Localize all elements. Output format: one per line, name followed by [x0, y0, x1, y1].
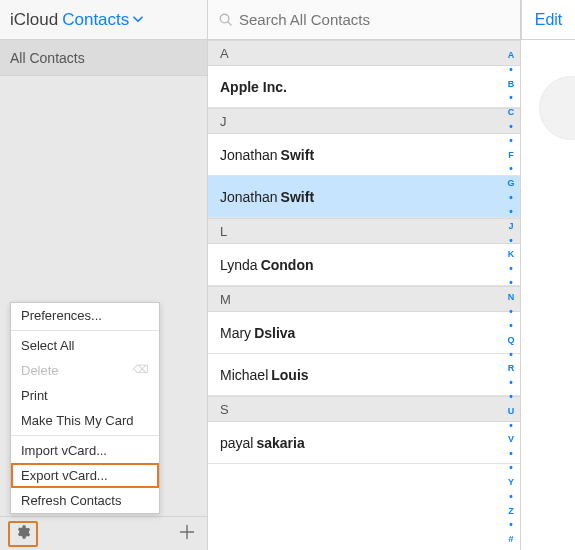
index-letter[interactable]: U [508, 404, 515, 418]
menu-item: Delete⌫ [11, 358, 159, 383]
contact-last-name: Condon [261, 257, 314, 273]
menu-separator [11, 435, 159, 436]
index-letter[interactable]: F [508, 148, 514, 162]
contact-row[interactable]: Apple Inc. [208, 66, 520, 108]
index-letter[interactable]: G [507, 176, 514, 190]
section-header: L [208, 218, 520, 244]
menu-item[interactable]: Print [11, 383, 159, 408]
add-button[interactable] [175, 522, 199, 546]
section-header: J [208, 108, 520, 134]
index-dot[interactable]: • [509, 62, 513, 76]
index-dot[interactable]: • [509, 304, 513, 318]
detail-column: Edit [521, 0, 575, 550]
search-bar [208, 0, 520, 40]
index-dot[interactable]: • [509, 489, 513, 503]
plus-icon [179, 524, 195, 543]
search-icon [218, 12, 233, 27]
index-letter[interactable]: Q [507, 333, 514, 347]
index-letter[interactable]: A [508, 48, 515, 62]
menu-item[interactable]: Import vCard... [11, 438, 159, 463]
index-dot[interactable]: • [509, 162, 513, 176]
menu-separator [11, 330, 159, 331]
index-dot[interactable]: • [509, 190, 513, 204]
edit-button[interactable]: Edit [535, 11, 563, 29]
svg-line-1 [228, 22, 231, 25]
sidebar-footer [0, 516, 207, 550]
search-input[interactable] [239, 11, 512, 28]
index-dot[interactable]: • [509, 119, 513, 133]
contact-first-name: Jonathan [220, 147, 278, 163]
alphabet-index[interactable]: A•B•C••F•G••J•K••N••Q•R••U•V••Y•Z•# [505, 48, 517, 546]
contacts-picker-label: Contacts [62, 10, 129, 30]
index-letter[interactable]: B [508, 76, 515, 90]
contact-last-name: Swift [281, 147, 314, 163]
index-dot[interactable]: • [509, 418, 513, 432]
contact-row[interactable]: payalsakaria [208, 422, 520, 464]
index-dot[interactable]: • [509, 133, 513, 147]
index-letter[interactable]: V [508, 432, 514, 446]
contact-first-name: Lynda [220, 257, 258, 273]
brand-label: iCloud [10, 10, 58, 30]
contact-last-name: Dsliva [254, 325, 295, 341]
contact-row[interactable]: LyndaCondon [208, 244, 520, 286]
contact-first-name: Michael [220, 367, 268, 383]
index-dot[interactable]: • [509, 390, 513, 404]
contact-row[interactable]: MaryDsliva [208, 312, 520, 354]
index-letter[interactable]: Z [508, 504, 514, 518]
app-root: iCloud Contacts All Contacts Preferences… [0, 0, 575, 550]
avatar-placeholder [539, 76, 575, 140]
index-dot[interactable]: • [509, 447, 513, 461]
menu-item[interactable]: Refresh Contacts [11, 488, 159, 513]
section-header: M [208, 286, 520, 312]
menu-item[interactable]: Select All [11, 333, 159, 358]
sidebar: iCloud Contacts All Contacts Preferences… [0, 0, 208, 550]
contacts-column: AApple Inc.JJonathanSwiftJonathanSwiftLL… [208, 0, 521, 550]
section-header: S [208, 396, 520, 422]
index-dot[interactable]: • [509, 262, 513, 276]
index-dot[interactable]: • [509, 518, 513, 532]
contact-last-name: Louis [271, 367, 308, 383]
contacts-picker[interactable]: Contacts [62, 10, 143, 30]
gear-button[interactable] [8, 521, 38, 547]
gear-context-menu: Preferences...Select AllDelete⌫PrintMake… [10, 302, 160, 514]
contact-first-name: payal [220, 435, 253, 451]
index-letter[interactable]: R [508, 361, 515, 375]
menu-item[interactable]: Export vCard... [11, 463, 159, 488]
contact-row[interactable]: JonathanSwift [208, 134, 520, 176]
index-dot[interactable]: • [509, 347, 513, 361]
contacts-list: AApple Inc.JJonathanSwiftJonathanSwiftLL… [208, 40, 520, 550]
contact-last-name: sakaria [256, 435, 304, 451]
sidebar-header: iCloud Contacts [0, 0, 207, 40]
detail-header: Edit [521, 0, 575, 40]
index-letter[interactable]: Y [508, 475, 514, 489]
section-header: A [208, 40, 520, 66]
contact-first-name: Jonathan [220, 189, 278, 205]
detail-body [521, 40, 575, 550]
index-dot[interactable]: • [509, 318, 513, 332]
menu-item[interactable]: Preferences... [11, 303, 159, 328]
menu-item[interactable]: Make This My Card [11, 408, 159, 433]
index-letter[interactable]: K [508, 247, 515, 261]
index-letter[interactable]: J [508, 219, 513, 233]
index-letter[interactable]: N [508, 290, 515, 304]
index-dot[interactable]: • [509, 233, 513, 247]
index-letter[interactable]: C [508, 105, 515, 119]
contact-last-name: Swift [281, 189, 314, 205]
index-dot[interactable]: • [509, 91, 513, 105]
index-dot[interactable]: • [509, 461, 513, 475]
contact-name: Apple Inc. [220, 79, 287, 95]
sidebar-item-all-contacts[interactable]: All Contacts [0, 40, 207, 76]
contact-first-name: Mary [220, 325, 251, 341]
delete-glyph-icon: ⌫ [133, 363, 149, 376]
sidebar-item-label: All Contacts [10, 50, 85, 66]
gear-icon [15, 524, 31, 543]
chevron-down-icon [133, 16, 143, 23]
index-dot[interactable]: • [509, 205, 513, 219]
index-dot[interactable]: • [509, 276, 513, 290]
contact-row[interactable]: MichaelLouis [208, 354, 520, 396]
index-dot[interactable]: • [509, 375, 513, 389]
index-letter[interactable]: # [508, 532, 513, 546]
contact-row[interactable]: JonathanSwift [208, 176, 520, 218]
